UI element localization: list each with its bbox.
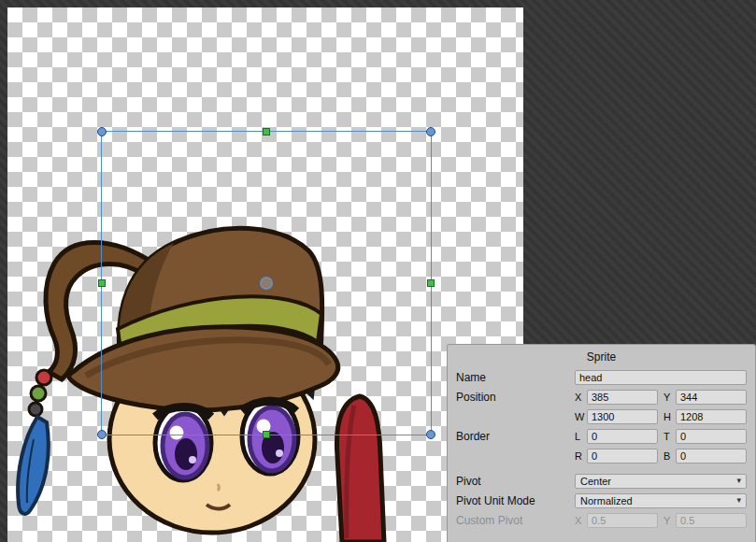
custom-pivot-label: Custom Pivot [456, 514, 575, 527]
selection-handle-bottom-icon[interactable] [263, 431, 270, 438]
border-l-field[interactable] [587, 429, 658, 444]
sprite-selection-rect[interactable] [101, 131, 432, 435]
border-r-field[interactable] [587, 449, 658, 464]
panel-title: Sprite [448, 345, 755, 367]
pivot-row: Pivot Center ▾ [448, 471, 755, 491]
chevron-down-icon: ▾ [736, 477, 741, 485]
selection-handle-top-left-icon[interactable] [97, 127, 107, 136]
position-xy-row: Position X Y [448, 387, 755, 406]
sprite-editor-window: Sprite Name Position X Y [0, 0, 756, 542]
position-label: Position [456, 391, 575, 404]
pivot-dropdown-value: Center [580, 476, 611, 487]
border-label: Border [456, 430, 575, 443]
position-y-label: Y [663, 392, 672, 403]
name-row: Name [448, 367, 755, 387]
custom-pivot-x-field [587, 513, 658, 528]
selection-handle-bottom-right-icon[interactable] [426, 430, 435, 439]
selection-handle-top-right-icon[interactable] [426, 127, 435, 136]
custom-pivot-x-label: X [575, 515, 583, 526]
pivot-unit-mode-label: Pivot Unit Mode [456, 494, 575, 507]
pivot-unit-mode-row: Pivot Unit Mode Normalized ▾ [448, 491, 755, 510]
name-label: Name [456, 371, 575, 384]
position-x-field[interactable] [587, 390, 658, 405]
selection-handle-right-icon[interactable] [427, 279, 435, 287]
border-rb-row: R B [448, 446, 755, 465]
border-lt-row: Border L T [448, 426, 755, 446]
position-h-label: H [663, 411, 672, 422]
pivot-label: Pivot [456, 475, 575, 488]
border-r-label: R [575, 450, 583, 462]
selection-handle-bottom-left-icon[interactable] [97, 430, 107, 439]
pivot-dropdown[interactable]: Center ▾ [575, 474, 747, 489]
border-t-field[interactable] [676, 429, 747, 444]
custom-pivot-row: Custom Pivot X Y [448, 510, 755, 530]
position-wh-row: W H [448, 406, 755, 426]
selection-handle-left-icon[interactable] [98, 279, 106, 287]
border-t-label: T [663, 431, 672, 442]
name-field[interactable] [575, 370, 747, 385]
custom-pivot-y-field [676, 513, 747, 528]
pivot-unit-mode-dropdown-value: Normalized [580, 495, 633, 506]
border-l-label: L [575, 431, 583, 442]
selection-handle-top-icon[interactable] [263, 128, 270, 136]
position-w-label: W [575, 411, 583, 422]
border-b-field[interactable] [676, 449, 747, 464]
border-b-label: B [663, 450, 672, 462]
custom-pivot-y-label: Y [663, 515, 672, 526]
chevron-down-icon: ▾ [736, 496, 741, 505]
pivot-unit-mode-dropdown[interactable]: Normalized ▾ [575, 493, 747, 508]
position-h-field[interactable] [676, 409, 747, 424]
position-x-label: X [575, 392, 583, 403]
pivot-handle-icon[interactable] [260, 277, 273, 290]
position-y-field[interactable] [676, 390, 747, 405]
sprite-inspector-panel: Sprite Name Position X Y [447, 344, 756, 542]
position-w-field[interactable] [587, 409, 658, 424]
